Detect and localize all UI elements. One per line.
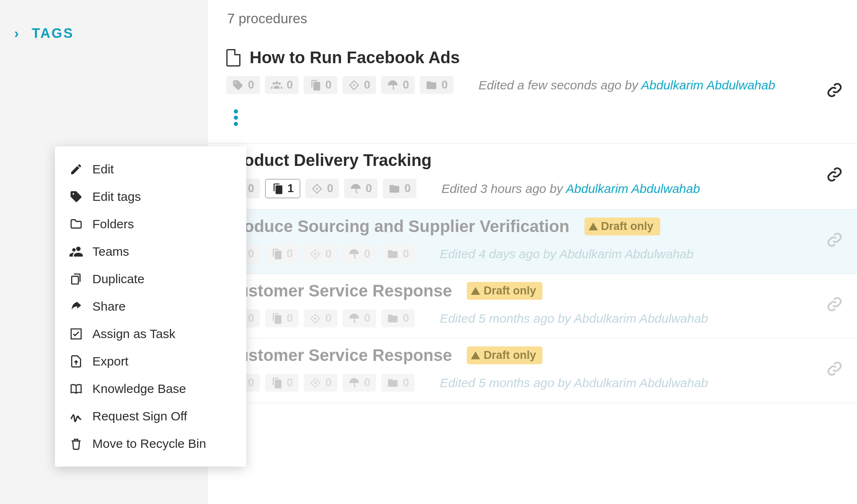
editor-link[interactable]: Abdulkarim Abdulwahab: [566, 182, 700, 195]
stat-folders[interactable]: 0: [381, 374, 415, 392]
editor-link[interactable]: Abdulkarim Abdulwahab: [574, 311, 708, 325]
procedure-row[interactable]: How to Run Facebook Ads000000Edited a fe…: [208, 41, 857, 143]
sign-icon: [69, 409, 83, 423]
draft-badge: Draft only: [467, 346, 542, 364]
stat-umbrella[interactable]: 0: [342, 374, 376, 392]
more-actions-button[interactable]: [226, 105, 245, 131]
stat-copies[interactable]: 1: [265, 179, 300, 198]
stat-folders[interactable]: 0: [383, 179, 416, 198]
folder-icon: [69, 217, 83, 231]
stat-approvals[interactable]: 0: [304, 245, 337, 263]
share-icon: [69, 299, 83, 314]
stat-approvals[interactable]: 0: [304, 309, 337, 327]
edited-info: Edited 5 months ago by Abdulkarim Abdulw…: [440, 311, 840, 326]
stat-copies[interactable]: 0: [265, 309, 299, 327]
stat-umbrella[interactable]: 0: [344, 179, 378, 198]
procedure-title: Produce Sourcing and Supplier Verificati…: [226, 217, 570, 236]
menu-item-label: Folders: [92, 217, 134, 231]
stats-group: 01000: [226, 179, 416, 198]
document-icon: [226, 49, 240, 67]
main-panel: 7 procedures How to Run Facebook Ads0000…: [208, 0, 857, 504]
menu-item-share[interactable]: Share: [55, 293, 246, 320]
menu-item-label: Export: [92, 354, 129, 368]
tags-section-header[interactable]: › TAGS: [0, 25, 208, 41]
menu-item-edit[interactable]: Edit: [55, 156, 246, 183]
procedure-title: Customer Service Response: [226, 282, 452, 300]
menu-item-check[interactable]: Assign as Task: [55, 320, 246, 348]
procedure-row[interactable]: Customer Service ResponseDraft only00000…: [208, 274, 857, 338]
procedure-row[interactable]: Product Delivery Tracking01000Edited 3 h…: [208, 143, 857, 210]
stat-approvals[interactable]: 0: [342, 76, 376, 94]
stats-group: 00000: [226, 309, 415, 327]
stats-group: 00000: [226, 374, 415, 392]
book-icon: [69, 382, 83, 396]
menu-item-label: Assign as Task: [92, 327, 176, 341]
menu-item-label: Move to Recycle Bin: [92, 437, 206, 451]
menu-item-book[interactable]: Knowledge Base: [55, 375, 246, 403]
stats-group: 00000: [226, 245, 415, 263]
stat-copies[interactable]: 0: [304, 76, 337, 94]
procedure-row[interactable]: Produce Sourcing and Supplier Verificati…: [208, 210, 857, 274]
svg-point-3: [315, 317, 317, 319]
editor-link[interactable]: Abdulkarim Abdulwahab: [641, 78, 775, 92]
menu-item-label: Request Sign Off: [92, 409, 187, 423]
stat-copies[interactable]: 0: [265, 245, 299, 263]
procedure-row[interactable]: Customer Service ResponseDraft only00000…: [208, 338, 857, 403]
menu-item-label: Knowledge Base: [92, 382, 186, 396]
editor-link[interactable]: Abdulkarim Abdulwahab: [574, 376, 708, 390]
svg-point-4: [315, 382, 317, 384]
stat-approvals[interactable]: 0: [304, 374, 337, 392]
copy-link-button[interactable]: [826, 82, 843, 102]
procedure-title: How to Run Facebook Ads: [250, 48, 460, 67]
users-icon: [69, 245, 83, 259]
stat-teams[interactable]: 0: [265, 76, 299, 94]
procedure-title: Product Delivery Tracking: [226, 151, 432, 170]
menu-item-users[interactable]: Teams: [55, 238, 246, 265]
menu-item-sign[interactable]: Request Sign Off: [55, 403, 246, 430]
menu-item-folder[interactable]: Folders: [55, 210, 246, 238]
draft-badge: Draft only: [467, 282, 542, 300]
stat-folders[interactable]: 0: [381, 245, 415, 263]
trash-icon: [69, 437, 83, 451]
stat-umbrella[interactable]: 0: [381, 76, 415, 94]
copy-link-button[interactable]: [826, 361, 843, 381]
export-icon: [69, 354, 83, 368]
copy-link-button[interactable]: [826, 296, 843, 316]
context-menu: EditEdit tagsFoldersTeamsDuplicateShareA…: [55, 146, 246, 467]
copy-icon: [69, 272, 83, 286]
stat-umbrella[interactable]: 0: [342, 245, 376, 263]
edit-icon: [69, 162, 83, 176]
copy-link-button[interactable]: [826, 232, 843, 252]
edited-info: Edited 4 days ago by Abdulkarim Abdulwah…: [440, 247, 840, 261]
procedures-count: 7 procedures: [208, 0, 857, 27]
editor-link[interactable]: Abdulkarim Abdulwahab: [560, 247, 694, 261]
menu-item-label: Edit tags: [92, 190, 141, 204]
app-root: › TAGS 7 procedures How to Run Facebook …: [0, 0, 857, 504]
svg-point-1: [316, 188, 318, 190]
stat-umbrella[interactable]: 0: [342, 309, 376, 327]
menu-item-label: Share: [92, 299, 126, 314]
tags-label: TAGS: [32, 25, 74, 41]
stat-copies[interactable]: 0: [265, 374, 299, 392]
menu-item-label: Teams: [92, 245, 129, 259]
stat-folders[interactable]: 0: [420, 76, 453, 94]
check-icon: [69, 327, 83, 341]
stat-folders[interactable]: 0: [381, 309, 415, 327]
stats-group: 000000: [226, 76, 453, 94]
svg-point-2: [315, 253, 317, 255]
menu-item-copy[interactable]: Duplicate: [55, 265, 246, 293]
menu-item-tag[interactable]: Edit tags: [55, 183, 246, 210]
menu-item-export[interactable]: Export: [55, 348, 246, 375]
edited-info: Edited a few seconds ago by Abdulkarim A…: [478, 78, 840, 92]
procedures-list: How to Run Facebook Ads000000Edited a fe…: [208, 41, 857, 403]
edited-info: Edited 5 months ago by Abdulkarim Abdulw…: [440, 376, 840, 390]
menu-item-trash[interactable]: Move to Recycle Bin: [55, 430, 246, 457]
menu-item-label: Edit: [92, 162, 114, 176]
procedure-title: Customer Service Response: [226, 346, 452, 365]
stat-tags[interactable]: 0: [226, 76, 260, 94]
copy-link-button[interactable]: [826, 166, 843, 187]
menu-item-label: Duplicate: [92, 272, 144, 286]
draft-badge: Draft only: [585, 217, 660, 235]
stat-approvals[interactable]: 0: [305, 179, 339, 198]
edited-info: Edited 3 hours ago by Abdulkarim Abdulwa…: [441, 182, 840, 196]
